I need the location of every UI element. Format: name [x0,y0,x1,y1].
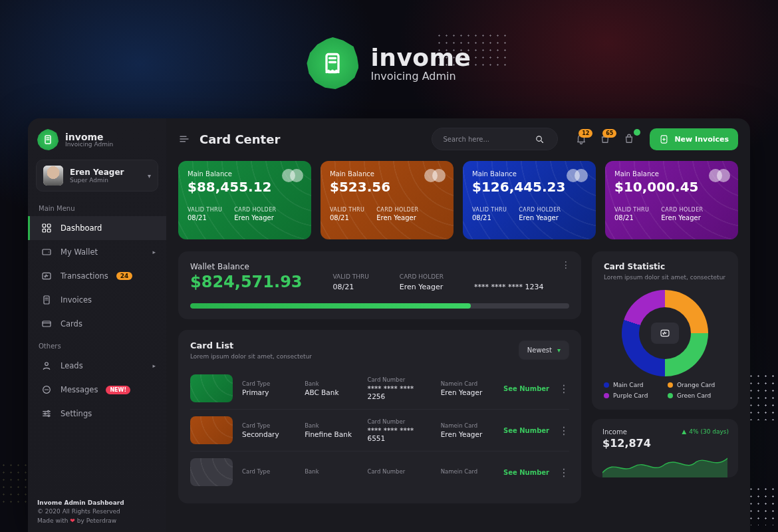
legend-dot [668,393,673,398]
income-value: $12,874 [602,437,727,450]
legend-dot [604,382,609,388]
page-title: Card Center [199,132,280,146]
legend-label: Purple Card [613,392,648,399]
user-icon [41,360,53,372]
new-invoices-button[interactable]: New Invoices [650,128,738,150]
card-list-panel: Card List Lorem ipsum dolor sit amet, co… [178,330,581,503]
card-label: Main Balance [614,170,729,178]
sidebar-item-invoices[interactable]: Invoices [28,288,166,312]
sidebar-item-wallet[interactable]: My Wallet ▸ [28,240,166,264]
see-number-link[interactable]: See Number [503,385,549,392]
col-bank-label: Bank [305,468,358,475]
svg-rect-9 [43,321,51,327]
sort-dropdown[interactable]: Newest ▾ [519,340,569,360]
col-num-label: Card Number [367,418,431,425]
alerts-button[interactable] [623,133,635,145]
stat-title: Card Statistic [604,262,726,271]
balance-card[interactable]: Main Balance $88,455.12 VALID THRU08/21 … [178,161,311,239]
wallet-holder: Eren Yeager [400,283,444,291]
search-input[interactable] [442,135,528,144]
valid-thru-label: VALID THRU [472,207,507,213]
menu-toggle[interactable] [178,133,190,145]
cart-button[interactable]: 65 [599,133,611,145]
svg-rect-3 [47,224,51,227]
wallet-holder-label: CARD HOLDER [400,273,444,280]
see-number-link[interactable]: See Number [503,427,549,434]
sidebar-item-transactions[interactable]: Transactions 24 [28,264,166,288]
hero: invome Invoicing Admin [0,37,778,89]
card-thumbnail [190,374,233,402]
donut-chart [622,290,708,376]
balance-card[interactable]: Main Balance $10,000.45 VALID THRU08/21 … [605,161,738,239]
hero-subtitle: Invoicing Admin [370,70,471,82]
notifications-button[interactable]: 12 [575,133,587,145]
file-icon [41,294,53,306]
card-holder: Eren Yeager [661,214,703,221]
card-thumbnail [190,458,233,486]
card-list-title: Card List [190,340,312,350]
row-more-menu[interactable]: ⋮ [559,382,569,395]
balance-card[interactable]: Main Balance $523.56 VALID THRU08/21 CAR… [321,161,454,239]
search-box[interactable] [432,128,558,150]
section-label-others: Others [28,336,166,354]
more-menu[interactable]: ⋮ [561,259,572,270]
sidebar-item-label: Settings [61,409,92,418]
cards-row: Main Balance $88,455.12 VALID THRU08/21 … [178,161,738,239]
brand-tag: Invoicing Admin [65,142,113,148]
legend-dot [604,393,609,398]
sidebar-item-label: My Wallet [61,247,98,257]
brand[interactable]: invome Invoicing Admin [28,129,166,150]
sidebar-footer: Invome Admin Dashboard © 2020 All Rights… [37,499,124,526]
user-card[interactable]: Eren Yeager Super Admin ▾ [36,160,158,192]
col-num-value: **** **** **** 2256 [367,384,431,400]
footer-line-2: © 2020 All Rights Reserved [37,508,120,515]
card-holder-label: CARD HOLDER [661,207,703,213]
valid-thru-label: VALID THRU [614,207,649,213]
valid-thru: 08/21 [472,214,507,221]
sidebar-item-label: Dashboard [61,223,102,233]
col-name-value: Eren Yeager [441,430,494,438]
sidebar-item-dashboard[interactable]: Dashboard [28,216,166,240]
row-more-menu[interactable]: ⋮ [559,466,569,479]
user-role: Super Admin [70,177,124,184]
decorative-dots [747,485,778,525]
col-name-label: Namein Card [441,380,494,387]
svg-point-10 [45,362,49,366]
card-label: Main Balance [330,170,444,178]
row-more-menu[interactable]: ⋮ [559,424,569,437]
wallet-panel: ⋮ Wallet Balance $824,571.93 VALID THRU … [178,251,581,319]
col-num-label: Card Number [367,376,431,383]
see-number-link[interactable]: See Number [503,469,549,476]
sliders-icon [41,408,53,420]
receipt-icon [43,134,53,145]
col-name-label: Namein Card [441,422,494,429]
bag-icon [623,133,635,145]
wallet-amount: $824,571.93 [190,273,303,291]
table-row: Card TypeSecondary BankFinefine Bank Car… [190,409,569,451]
sidebar-item-settings[interactable]: Settings [28,402,166,426]
col-bank-label: Bank [305,422,358,429]
sidebar-item-label: Leads [61,361,83,370]
sidebar-item-leads[interactable]: Leads ▸ [28,354,166,378]
sidebar-item-messages[interactable]: Messages NEW! [28,378,166,402]
col-type-label: Card Type [242,468,295,475]
col-name-label: Namein Card [441,468,494,475]
arrow-up-icon: ▲ [682,428,686,435]
new-invoices-label: New Invoices [674,135,729,144]
menu-icon [178,133,190,145]
balance-card[interactable]: Main Balance $126,445.23 VALID THRU08/21… [463,161,596,239]
svg-point-13 [45,413,46,414]
valid-thru: 08/21 [188,214,222,221]
user-name: Eren Yeager [70,168,124,177]
chevron-down-icon: ▾ [557,346,561,354]
col-type-value: Primary [242,388,295,396]
footer-line-1: Invome Admin Dashboard [37,499,124,506]
legend-label: Orange Card [677,382,715,388]
stat-sub: Lorem ipsum dolor sit amet, consectetur [604,274,726,281]
activity-icon [41,270,53,282]
top-icons: 12 65 [575,133,635,145]
svg-point-15 [537,136,542,141]
sidebar-item-cards[interactable]: Cards [28,312,166,336]
wallet-label: Wallet Balance [190,262,303,271]
col-num-value: **** **** **** 6551 [367,426,431,442]
